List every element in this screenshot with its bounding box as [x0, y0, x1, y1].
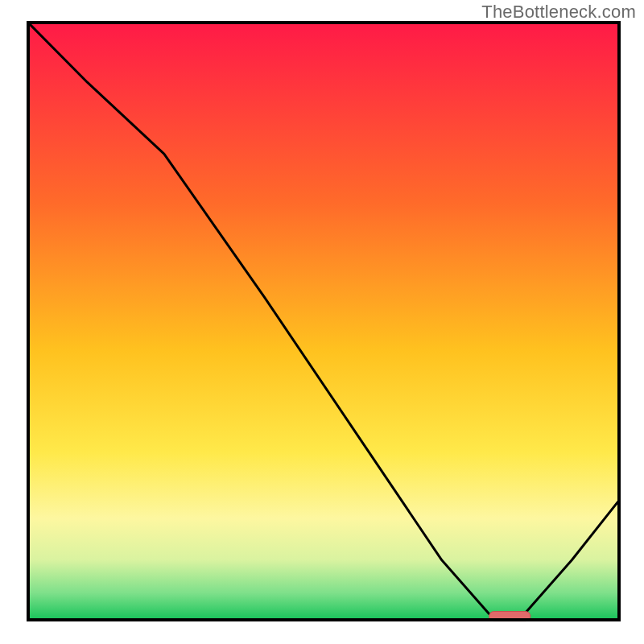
watermark-text: TheBottleneck.com	[481, 2, 636, 23]
chart-stage: TheBottleneck.com	[0, 0, 644, 644]
bottleneck-chart	[0, 0, 644, 644]
plot-background-gradient	[28, 23, 619, 620]
